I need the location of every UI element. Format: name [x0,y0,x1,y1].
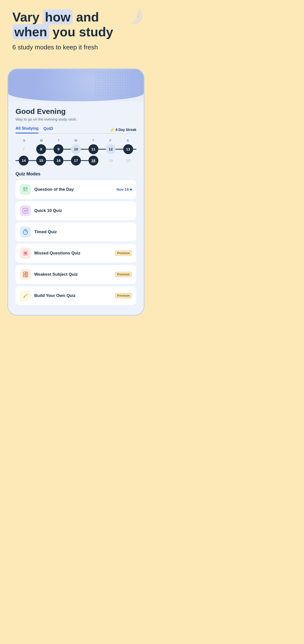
cal-day-17[interactable]: 17 [71,156,81,166]
tab-qotd[interactable]: QotD [43,126,53,133]
cal-day-11[interactable]: 11 [89,144,98,154]
tab-all-studying[interactable]: All Studying [15,126,38,134]
streak-label: 6 Day Streak [116,128,136,132]
streak-badge: ⚡ 6 Day Streak [110,128,136,132]
quiz-card-weakest[interactable]: Weakest Subject Quiz Premium [15,265,136,284]
calendar: S M T W T F S 7 8 9 10 11 12 13 [15,138,136,166]
quiz-card-qotd[interactable]: Question of the Day Nov 18 [15,180,136,199]
quiz-card-timed[interactable]: Timed Quiz [15,222,136,241]
calendar-week-2: 14 15 16 17 18 19 20 [15,156,136,166]
qotd-icon [20,184,31,195]
qotd-date: Nov 18 [117,187,132,192]
phone-top-decoration [8,69,144,101]
header-section: Vary how and when you study 6 study mode… [0,0,152,64]
greeting-title: Good Evening [15,107,136,116]
cal-day-19[interactable]: 19 [106,156,116,166]
greeting-subtitle: Way to go on the evening study sesh. [15,117,136,121]
cal-day-13[interactable]: 13 [123,144,133,154]
cal-day-18[interactable]: 18 [89,156,98,166]
cal-day-15[interactable]: 15 [36,156,46,166]
cal-header-t1: T [50,138,67,142]
buildyourown-icon [20,290,31,301]
cal-header-m: M [33,138,50,142]
cal-header-w: W [67,138,85,142]
qotd-dot [130,188,132,190]
cal-header-s2: S [119,138,136,142]
cal-day-16[interactable]: 16 [53,156,63,166]
svg-point-0 [137,16,139,17]
svg-point-6 [24,190,25,191]
quiz-card-buildyourown[interactable]: Build Your Own Quiz Premium [15,286,136,305]
cal-day-9[interactable]: 9 [53,144,63,154]
cal-day-8[interactable]: 8 [36,144,46,154]
cal-day-14[interactable]: 14 [19,156,29,166]
calendar-day-headers: S M T W T F S [15,138,136,142]
phone-content: Good Evening Way to go on the evening st… [8,101,144,315]
svg-line-22 [24,296,26,298]
quiz-modes-title: Quiz Modes [15,172,136,176]
quiz-card-quick10[interactable]: 10 Quick 10 Quiz [15,201,136,220]
missed-icon [20,248,31,259]
cal-header-s1: S [15,138,33,142]
cal-day-12[interactable]: 12 [106,144,116,154]
weakest-premium-badge: Premium [115,272,132,277]
timed-icon [20,226,31,238]
calendar-week-1: 7 8 9 10 11 12 13 [15,144,136,154]
streak-lightning-icon: ⚡ [110,128,115,132]
quick10-icon: 10 [20,205,31,216]
main-headline: Vary how and when you study [12,10,140,40]
svg-point-7 [26,190,27,191]
weakest-icon [20,269,31,280]
cal-header-f: F [102,138,119,142]
quick10-label: Quick 10 Quiz [34,208,132,213]
svg-rect-2 [23,187,28,192]
dotted-pattern [94,72,134,96]
buildyourown-premium-badge: Premium [115,293,132,298]
headline-highlight-how: how [43,10,72,25]
timed-label: Timed Quiz [34,230,132,234]
phone-mockup: Good Evening Way to go on the evening st… [7,68,145,316]
weakest-label: Weakest Subject Quiz [34,272,115,277]
qotd-date-text: Nov 18 [117,187,129,192]
buildyourown-label: Build Your Own Quiz [34,293,115,298]
missed-label: Missed Questions Quiz [34,251,115,256]
quiz-card-missed[interactable]: Missed Questions Quiz Premium [15,244,136,262]
svg-text:10: 10 [24,209,27,212]
moon-icon [125,5,147,27]
cal-header-t2: T [85,138,102,142]
missed-premium-badge: Premium [115,250,132,256]
qotd-label: Question of the Day [34,187,117,192]
tabs-container: All Studying QotD ⚡ 6 Day Streak [15,126,136,134]
headline-highlight-when: when [12,24,49,40]
cal-day-10[interactable]: 10 [71,144,81,154]
cal-day-7[interactable]: 7 [19,144,29,154]
svg-point-1 [135,13,137,14]
cal-day-20[interactable]: 20 [123,156,133,166]
svg-line-12 [25,231,26,232]
main-subtitle: 6 study modes to keep it fresh [12,44,140,51]
